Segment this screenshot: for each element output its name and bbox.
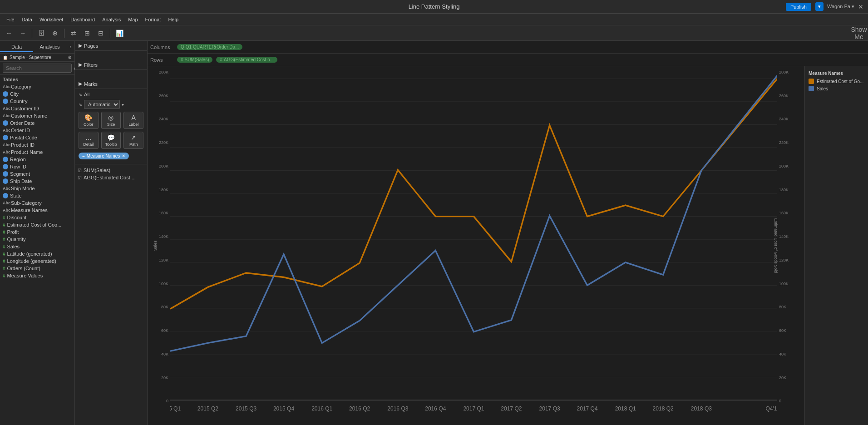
menu-help[interactable]: Help (165, 16, 181, 23)
meas-discount[interactable]: #Discount (0, 214, 74, 221)
meas-profit-icon: # (3, 230, 5, 235)
toolbar-show-me-right[interactable]: Show Me (853, 28, 864, 39)
menu-analysis[interactable]: Analysis (99, 16, 123, 23)
dim-shipmode[interactable]: AbcShip Mode (0, 185, 74, 192)
menu-format[interactable]: Format (143, 16, 164, 23)
meas-latitude[interactable]: #Latitude (generated) (0, 250, 74, 257)
measure-names-pill[interactable]: = Measure Names ✕ (79, 153, 129, 159)
dim-region[interactable]: Region (0, 156, 74, 163)
meas-orderscount[interactable]: #Orders (Count) (0, 265, 74, 272)
publish-button[interactable]: Publish (786, 3, 811, 11)
rows-pill-1[interactable]: # SUM(Sales) (177, 57, 212, 63)
toolbar-fit[interactable]: ⊟ (95, 28, 106, 39)
measure-names-pill-icon: = (82, 153, 85, 158)
dim-measurenames-icon: Abc (3, 208, 9, 212)
dim-country-icon (3, 99, 8, 104)
marks-label-btn[interactable]: A Label (123, 112, 143, 129)
menu-data[interactable]: Data (19, 16, 35, 23)
marks-tooltip-icon: 💬 (107, 134, 115, 141)
user-label[interactable]: Wagon Pa ▾ (827, 4, 854, 10)
toolbar-show-me[interactable]: 📊 (114, 28, 125, 39)
window-title: Line Pattern Styling (409, 3, 460, 10)
marks-detail-btn[interactable]: … Detail (79, 132, 99, 149)
toolbar-undo[interactable]: ← (4, 28, 15, 39)
meas-estimatedcost-icon: # (3, 222, 5, 227)
meas-longitude[interactable]: #Longitude (generated) (0, 257, 74, 265)
svg-text:2015 Q2: 2015 Q2 (197, 405, 218, 412)
meas-latitude-icon: # (3, 252, 5, 257)
toolbar-new-datasource[interactable]: 🗄 (36, 28, 47, 39)
dim-orderdate[interactable]: Order Date (0, 119, 74, 127)
svg-text:2015 Q4: 2015 Q4 (273, 405, 294, 412)
marks-color-btn[interactable]: 🎨 Color (79, 112, 99, 129)
meas-profit[interactable]: #Profit (0, 228, 74, 236)
chart-svg: 2015 Q1 2015 Q2 2015 Q3 2015 Q4 2016 Q1 … (170, 66, 777, 425)
marks-section: ▶ Marks (75, 79, 147, 89)
menu-bar: File Data Worksheet Dashboard Analysis M… (0, 14, 868, 25)
columns-pill[interactable]: Q Q1 QUARTER(Order Da... (177, 44, 242, 50)
tab-data[interactable]: Data (0, 42, 33, 52)
meas-quantity[interactable]: #Quantity (0, 236, 74, 243)
dim-measurenames[interactable]: AbcMeasure Names (0, 207, 74, 214)
filters-label: Filters (84, 62, 98, 68)
rows-label: Rows (150, 57, 175, 63)
dim-category[interactable]: AbcCategory (0, 83, 74, 90)
search-input[interactable] (3, 64, 72, 73)
marks-all-row: ∿ All (79, 92, 143, 97)
tab-analytics[interactable]: Analytics (33, 42, 66, 52)
dim-postalcode[interactable]: Postal Code (0, 134, 74, 141)
marks-size-icon: ◎ (108, 114, 113, 121)
publish-arrow-button[interactable]: ▾ (815, 2, 824, 11)
meas-measurevalues[interactable]: #Measure Values (0, 272, 74, 279)
rows-pill-2[interactable]: # AGG(Estimated Cost o... (216, 57, 277, 63)
menu-map[interactable]: Map (125, 16, 140, 23)
datasource-label[interactable]: Sample - Superstore (10, 55, 66, 60)
rows-pill2-icon: # (220, 57, 222, 62)
meas-sales[interactable]: #Sales (0, 243, 74, 250)
close-button[interactable]: ✕ (858, 3, 863, 10)
dim-customername[interactable]: AbcCustomer Name (0, 112, 74, 119)
toolbar-connect[interactable]: ⊕ (49, 28, 60, 39)
dim-subcategory[interactable]: AbcSub-Category (0, 199, 74, 207)
filters-section: ▶ Filters (75, 60, 147, 70)
measure-names-pill-close[interactable]: ✕ (122, 153, 125, 158)
marks-grid: 🎨 Color ◎ Size A Label … Detail 💬 To (79, 112, 143, 149)
legend-item-sales: Sales (809, 86, 864, 91)
toolbar-swap[interactable]: ⇄ (68, 28, 79, 39)
svg-text:2018 Q3: 2018 Q3 (691, 405, 712, 412)
meas-estimatedcost[interactable]: #Estimated Cost of Goo... (0, 221, 74, 228)
measure-names-pill-label: Measure Names (87, 153, 120, 158)
dim-postalcode-icon (3, 135, 8, 140)
dim-shipmode-icon: Abc (3, 186, 9, 191)
dim-productname[interactable]: AbcProduct Name (0, 148, 74, 156)
dim-state[interactable]: State (0, 192, 74, 199)
legend-title: Measure Names (809, 71, 864, 76)
dim-orderdate-icon (3, 120, 8, 126)
dim-shipdate[interactable]: Ship Date (0, 178, 74, 185)
rows-pill2-label: AGG(Estimated Cost o... (224, 57, 274, 62)
toolbar-sort[interactable]: ⊞ (82, 28, 93, 39)
menu-dashboard[interactable]: Dashboard (68, 16, 98, 23)
toolbar: ← → 🗄 ⊕ ⇄ ⊞ ⊟ 📊 Show Me (0, 25, 868, 41)
menu-file[interactable]: File (4, 16, 17, 23)
dim-orderid[interactable]: AbcOrder ID (0, 127, 74, 134)
orange-line (170, 79, 777, 309)
marks-path-btn[interactable]: ↗ Path (123, 132, 143, 149)
dim-country[interactable]: Country (0, 98, 74, 105)
dim-segment[interactable]: Segment (0, 170, 74, 178)
pages-label: Pages (84, 43, 98, 49)
dim-customerid[interactable]: AbcCustomer ID (0, 105, 74, 112)
marks-type-select[interactable]: Automatic Line Bar Area (84, 100, 120, 109)
svg-text:2015 Q1: 2015 Q1 (170, 405, 181, 412)
dim-rowid[interactable]: Row ID (0, 163, 74, 170)
menu-worksheet[interactable]: Worksheet (37, 16, 66, 23)
dim-rowid-icon (3, 164, 8, 169)
filter-agg-estimated: ☑ AGG(Estimated Cost ... (75, 174, 147, 181)
panel-collapse-btn[interactable]: ‹ (66, 43, 74, 51)
toolbar-redo[interactable]: → (17, 28, 28, 39)
marks-tooltip-btn[interactable]: 💬 Tooltip (101, 132, 121, 149)
dim-city[interactable]: City (0, 90, 74, 98)
svg-text:2018 Q1: 2018 Q1 (615, 405, 636, 412)
marks-size-btn[interactable]: ◎ Size (101, 112, 121, 129)
dim-productid[interactable]: AbcProduct ID (0, 141, 74, 148)
